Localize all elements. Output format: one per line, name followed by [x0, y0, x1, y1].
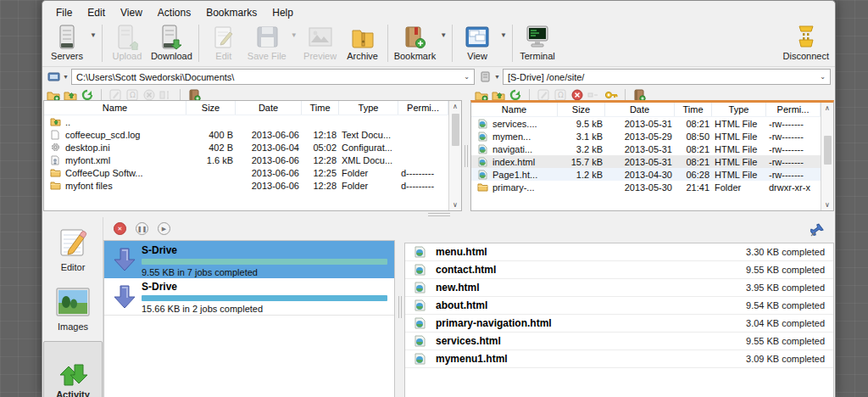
- queue-job-status: 15.66 KB in 2 jobs completed: [142, 304, 387, 314]
- scroll-down-icon[interactable]: ∨: [453, 201, 458, 209]
- list-item[interactable]: services.html 9.55 KB completed: [405, 333, 833, 350]
- menu-edit[interactable]: Edit: [81, 5, 112, 20]
- download-icon: [160, 24, 182, 50]
- column-header-name[interactable]: Name: [44, 101, 186, 115]
- local-path-combobox[interactable]: C:\Users\Scott Swedorski\Documents\ ⌄: [71, 69, 475, 85]
- preview-button[interactable]: Preview: [299, 22, 342, 61]
- table-row[interactable]: myfont.xml 1.6 kB 2013-06-06 12:28 XML D…: [44, 154, 448, 166]
- html-file-icon: [413, 281, 426, 294]
- column-header-name[interactable]: Name: [471, 103, 558, 116]
- preview-icon: [309, 24, 332, 50]
- menu-file[interactable]: File: [49, 5, 79, 20]
- column-header-time[interactable]: Time: [675, 103, 712, 116]
- download-arrow-icon: [108, 284, 142, 310]
- queue-job[interactable]: S-Drive 9.55 KB in 7 jobs completed: [104, 241, 394, 278]
- pause-transfer-button[interactable]: ❚❚: [136, 222, 148, 235]
- column-header-size[interactable]: Size: [186, 101, 236, 115]
- bookmark-dropdown-icon[interactable]: ▼: [438, 31, 448, 39]
- app-window: File Edit View Actions Bookmarks Help Se…: [42, 0, 836, 397]
- queue-job-name: S-Drive: [142, 244, 387, 256]
- disconnect-icon: [795, 24, 817, 50]
- remote-server-icon[interactable]: [478, 70, 492, 84]
- local-column-headers: Name Size Date Time Type Permi...: [44, 101, 448, 115]
- list-item[interactable]: contact.html 9.55 KB completed: [405, 261, 833, 279]
- menu-view[interactable]: View: [114, 5, 149, 20]
- server-icon: [58, 24, 76, 50]
- pin-icon[interactable]: [810, 223, 824, 237]
- list-item[interactable]: menu.html 3.30 KB completed: [405, 243, 833, 261]
- list-item[interactable]: new.html 3.95 KB completed: [405, 279, 833, 297]
- scroll-thumb[interactable]: [452, 114, 459, 146]
- scroll-up-icon[interactable]: ∧: [825, 104, 830, 112]
- terminal-button[interactable]: Terminal: [516, 22, 559, 61]
- bookmark-button[interactable]: Bookmark: [392, 22, 439, 61]
- column-header-type[interactable]: Type: [339, 101, 398, 115]
- table-row[interactable]: navigati... 3.2 kB 2013-05-31 08:21 HTML…: [471, 143, 821, 155]
- view-dropdown-icon[interactable]: ▼: [498, 31, 509, 39]
- menu-help[interactable]: Help: [265, 5, 300, 20]
- menu-actions[interactable]: Actions: [151, 5, 198, 20]
- bookmark-icon: [403, 24, 426, 50]
- column-header-date[interactable]: Date: [236, 101, 302, 115]
- save-file-button[interactable]: Save File: [245, 22, 289, 61]
- column-header-time[interactable]: Time: [302, 101, 339, 115]
- disconnect-button[interactable]: Disconnect: [781, 22, 832, 61]
- local-scrollbar[interactable]: ∧ ∨: [448, 101, 461, 210]
- save-icon: [256, 24, 278, 50]
- sidebar-item-editor[interactable]: Editor: [45, 222, 101, 277]
- view-button[interactable]: View: [456, 22, 498, 61]
- list-item[interactable]: primary-navigation.html 3.04 KB complete…: [405, 315, 833, 333]
- remote-scrollbar[interactable]: ∧ ∨: [821, 103, 833, 210]
- table-row[interactable]: desktop.ini 402 B 2013-06-04 05:02 Confi…: [44, 141, 448, 154]
- remote-path-combobox[interactable]: [S-Drive] /one/site/ ⌄: [503, 69, 831, 85]
- table-row[interactable]: CoffeeCup Softw... 2013-06-06 12:25 Fold…: [44, 166, 448, 179]
- html-file-icon: [476, 155, 489, 169]
- save-file-dropdown-icon[interactable]: ▼: [289, 31, 299, 39]
- local-drive-dropdown-icon[interactable]: ▼: [63, 74, 69, 80]
- column-header-date[interactable]: Date: [605, 103, 675, 116]
- local-path-chevron-icon[interactable]: ⌄: [464, 73, 470, 81]
- column-header-perm[interactable]: Permi...: [766, 103, 821, 116]
- xml-file-icon: [48, 154, 62, 167]
- sidebar-item-images[interactable]: Images: [45, 282, 101, 337]
- completed-files-list: menu.html 3.30 KB completed contact.html…: [404, 243, 834, 397]
- svg-text:Ω: Ω: [130, 91, 136, 99]
- edit-button[interactable]: Edit: [203, 22, 245, 61]
- sidebar-item-activity[interactable]: Activity: [43, 341, 103, 397]
- scroll-down-icon[interactable]: ∨: [825, 201, 830, 209]
- queue-details-splitter[interactable]: [395, 217, 404, 397]
- scroll-thumb[interactable]: [824, 136, 832, 165]
- table-row[interactable]: mymen... 3.1 kB 2013-05-29 08:50 HTML Fi…: [471, 130, 821, 143]
- table-row[interactable]: primary-... 2013-05-30 21:41 Folder drwx…: [471, 181, 821, 193]
- stop-transfer-button[interactable]: ✕: [114, 222, 126, 235]
- archive-button[interactable]: Archive: [342, 22, 384, 61]
- column-header-perm[interactable]: Permi...: [398, 101, 448, 115]
- table-row[interactable]: myfont files 2013-06-06 12:28 Folder d--…: [44, 179, 448, 192]
- queue-job[interactable]: S-Drive 15.66 KB in 2 jobs completed: [104, 278, 394, 316]
- table-row[interactable]: services.... 9.5 kB 2013-05-31 08:21 HTM…: [471, 117, 821, 130]
- table-row[interactable]: ..: [44, 115, 448, 128]
- upload-button[interactable]: Upload: [106, 22, 148, 61]
- horizontal-splitter[interactable]: [43, 211, 834, 217]
- remote-drive-dropdown-icon[interactable]: ▼: [494, 74, 500, 80]
- download-button[interactable]: Download: [148, 22, 195, 61]
- folder-up-icon: [48, 115, 62, 129]
- list-item[interactable]: mymenu1.html 3.09 KB completed: [405, 350, 833, 368]
- column-header-size[interactable]: Size: [558, 103, 605, 116]
- panel-splitter[interactable]: [462, 100, 470, 211]
- resume-transfer-button[interactable]: ▶: [158, 222, 170, 235]
- edit-icon: [213, 24, 235, 50]
- scroll-up-icon[interactable]: ∧: [453, 103, 458, 110]
- list-item[interactable]: about.html 9.54 KB completed: [405, 297, 833, 315]
- servers-dropdown-icon[interactable]: ▼: [88, 31, 98, 39]
- remote-path-chevron-icon[interactable]: ⌄: [820, 73, 826, 81]
- local-computer-icon[interactable]: [47, 70, 60, 84]
- column-header-type[interactable]: Type: [712, 103, 766, 116]
- table-row[interactable]: coffeecup_scd.log 400 B 2013-06-06 12:18…: [44, 128, 448, 141]
- menu-bookmarks[interactable]: Bookmarks: [199, 5, 264, 20]
- transfer-details-panel: menu.html 3.30 KB completed contact.html…: [404, 217, 834, 397]
- main-toolbar: Servers ▼ Upload Download Edit: [42, 22, 835, 67]
- table-row[interactable]: Page1.ht... 1.2 kB 2013-04-30 06:28 HTML…: [471, 168, 821, 181]
- servers-button[interactable]: Servers: [46, 22, 88, 61]
- table-row[interactable]: index.html 15.7 kB 2013-05-31 08:21 HTML…: [471, 155, 821, 168]
